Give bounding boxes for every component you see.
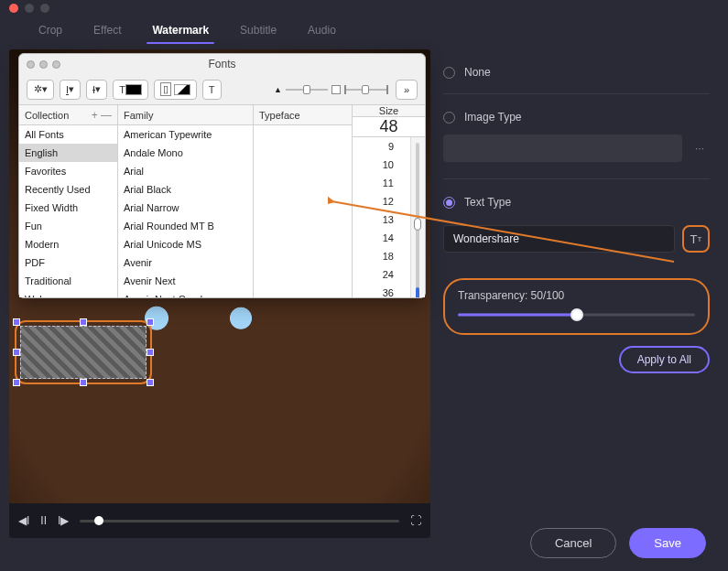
size-item[interactable]: 18 (353, 247, 410, 265)
collection-header: Collection (25, 110, 69, 121)
collection-item[interactable]: Recently Used (19, 180, 117, 199)
size-item[interactable]: 12 (353, 192, 410, 210)
size-item[interactable]: 14 (353, 229, 410, 247)
tab-audio[interactable]: Audio (306, 20, 338, 42)
option-image-label: Image Type (464, 111, 521, 124)
tab-watermark[interactable]: Watermark (150, 20, 211, 42)
window-minimize-button[interactable] (25, 4, 34, 13)
text-style-button[interactable]: TT (682, 225, 710, 253)
slider-box-icon (331, 85, 341, 94)
cancel-button[interactable]: Cancel (530, 528, 616, 558)
size-item[interactable]: 9 (353, 137, 410, 156)
option-none-row[interactable]: None (443, 55, 710, 94)
collection-item[interactable]: Web (19, 290, 117, 297)
fullscreen-button[interactable]: ⛶ (410, 514, 421, 527)
resize-handle[interactable] (80, 379, 87, 386)
family-item[interactable]: Arial Unicode MS (118, 235, 253, 253)
family-item[interactable]: Arial Rounded MT B (118, 217, 253, 235)
resize-handle[interactable] (147, 349, 154, 356)
toolbar-more-button[interactable]: » (396, 80, 418, 100)
typeface-header: Typeface (259, 110, 300, 121)
fonts-gear-menu[interactable]: ✲▾ (27, 80, 54, 100)
family-item[interactable]: Avenir Next (118, 272, 253, 290)
shadow-button[interactable]: T (202, 80, 222, 100)
tab-subtitle[interactable]: Subtitle (238, 20, 278, 42)
text-color-button[interactable]: T (113, 80, 148, 100)
collection-item[interactable]: Modern (19, 235, 117, 253)
playhead-thumb[interactable] (94, 516, 103, 525)
window-titlebar (0, 0, 728, 16)
family-item[interactable]: Arial Narrow (118, 199, 253, 217)
strikethrough-menu[interactable]: I ▾ (86, 80, 107, 100)
option-image-row[interactable]: Image Type (443, 94, 710, 127)
player-controls: ◀I II I▶ ⛶ (9, 503, 430, 538)
size-slider[interactable]: ▲ (270, 85, 390, 94)
family-item[interactable]: Arial Black (118, 180, 253, 199)
doc-color-button[interactable]: ▯ (154, 80, 197, 100)
family-item[interactable]: Avenir Next Conder (118, 290, 253, 297)
watermark-thumbnail (20, 326, 147, 379)
fonts-popover: Fonts ✲▾ I ▾ I ▾ T ▯ T ▲ » Collection+ —… (18, 53, 426, 298)
tab-crop[interactable]: Crop (37, 20, 64, 42)
editor-tabbar: CropEffectWatermarkSubtitleAudio (0, 16, 728, 49)
resize-handle[interactable] (13, 318, 20, 326)
underline-menu[interactable]: I ▾ (60, 80, 81, 100)
resize-handle[interactable] (80, 318, 87, 326)
image-path-field[interactable] (443, 135, 682, 162)
save-button[interactable]: Save (629, 528, 706, 558)
pause-button[interactable]: II (40, 514, 47, 527)
watermark-text-input[interactable] (443, 225, 675, 253)
option-text-row[interactable]: Text Type (443, 179, 710, 212)
option-none-label: None (464, 66, 491, 79)
family-item[interactable]: Arial (118, 162, 253, 180)
radio-image-type[interactable] (443, 112, 455, 124)
apply-to-all-button[interactable]: Apply to All (619, 346, 710, 373)
size-item[interactable]: 36 (353, 284, 410, 297)
collection-add-remove[interactable]: + — (92, 109, 112, 122)
radio-text-type[interactable] (443, 197, 455, 209)
option-text-label: Text Type (464, 196, 511, 209)
transparency-slider[interactable] (458, 309, 695, 320)
transparency-group: Transparency: 50/100 (443, 278, 710, 335)
browse-image-button[interactable]: ··· (690, 142, 710, 155)
family-item[interactable]: Andale Mono (118, 144, 253, 162)
playhead-track[interactable] (80, 520, 399, 523)
size-header: Size (379, 105, 398, 116)
family-item[interactable]: Avenir (118, 253, 253, 272)
fonts-toolbar: ✲▾ I ▾ I ▾ T ▯ T ▲ » (19, 74, 425, 105)
fonts-popover-title: Fonts (19, 58, 425, 70)
size-scrollbar[interactable] (410, 137, 425, 297)
transparency-thumb[interactable] (570, 308, 583, 321)
size-item[interactable]: 24 (353, 265, 410, 284)
resize-handle[interactable] (147, 318, 154, 326)
family-item[interactable]: American Typewrite (118, 125, 253, 144)
collection-item[interactable]: PDF (19, 253, 117, 272)
collection-item[interactable]: Fixed Width (19, 199, 117, 217)
collection-item[interactable]: Favorites (19, 162, 117, 180)
window-zoom-button[interactable] (40, 4, 49, 13)
window-close-button[interactable] (9, 4, 18, 13)
resize-handle[interactable] (13, 379, 20, 386)
collection-item[interactable]: English (19, 144, 117, 162)
size-item[interactable]: 10 (353, 156, 410, 174)
size-item[interactable]: 13 (353, 210, 410, 229)
prev-frame-button[interactable]: ◀I (18, 514, 29, 527)
collection-item[interactable]: All Fonts (19, 125, 117, 144)
watermark-selection[interactable] (15, 320, 152, 384)
watermark-panel: None Image Type ··· Text Type TT Transpa… (440, 49, 719, 538)
resize-handle[interactable] (147, 379, 154, 386)
tab-effect[interactable]: Effect (92, 20, 123, 42)
radio-none[interactable] (443, 67, 455, 79)
size-current-value[interactable]: 48 (353, 117, 425, 137)
resize-handle[interactable] (13, 349, 20, 356)
next-frame-button[interactable]: I▶ (58, 514, 69, 527)
collection-item[interactable]: Traditional (19, 272, 117, 290)
transparency-label: Transparency: 50/100 (458, 289, 695, 302)
family-header: Family (124, 110, 153, 121)
size-item[interactable]: 11 (353, 174, 410, 192)
dialog-footer: Cancel Save (530, 528, 706, 558)
collection-item[interactable]: Fun (19, 217, 117, 235)
size-scrollbar-thumb[interactable] (414, 218, 421, 231)
